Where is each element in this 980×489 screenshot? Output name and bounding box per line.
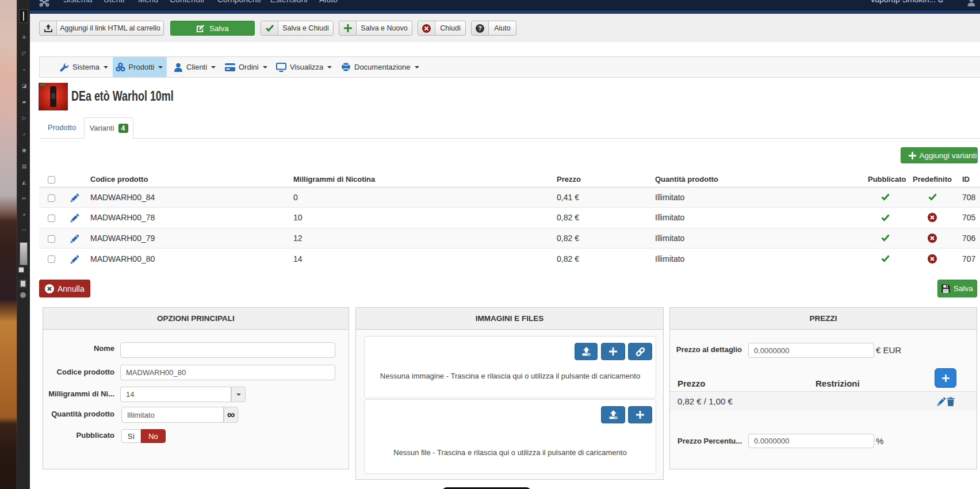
svg-text:?: ? — [478, 25, 482, 32]
